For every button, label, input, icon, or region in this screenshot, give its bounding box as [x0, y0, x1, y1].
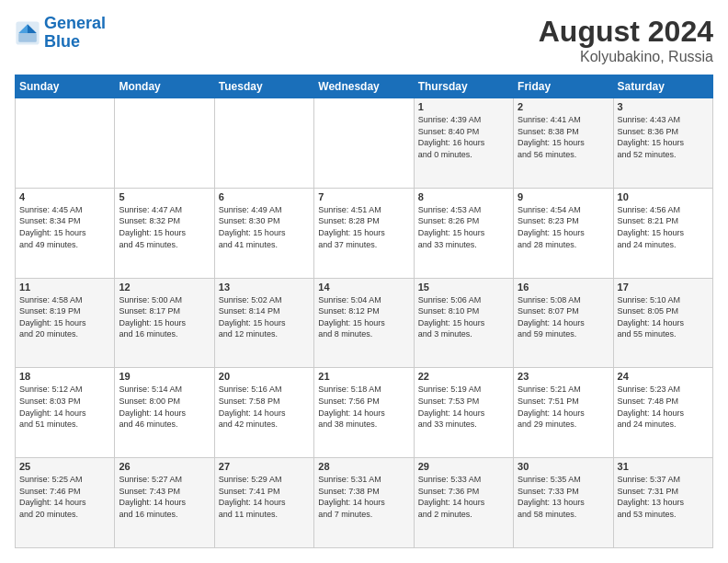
calendar-cell: 1Sunrise: 4:39 AM Sunset: 8:40 PM Daylig…: [414, 98, 513, 189]
subtitle: Kolyubakino, Russia: [539, 49, 713, 65]
weekday-header: Thursday: [414, 75, 513, 98]
calendar-cell: [16, 98, 115, 189]
day-info: Sunrise: 5:00 AM Sunset: 8:17 PM Dayligh…: [119, 294, 210, 340]
day-number: 1: [418, 101, 509, 112]
day-number: 24: [618, 371, 709, 382]
day-info: Sunrise: 5:14 AM Sunset: 8:00 PM Dayligh…: [119, 384, 210, 430]
calendar-week-row: 11Sunrise: 4:58 AM Sunset: 8:19 PM Dayli…: [16, 278, 713, 368]
day-info: Sunrise: 4:39 AM Sunset: 8:40 PM Dayligh…: [418, 114, 509, 160]
calendar-cell: 25Sunrise: 5:25 AM Sunset: 7:46 PM Dayli…: [16, 458, 115, 548]
day-info: Sunrise: 5:29 AM Sunset: 7:41 PM Dayligh…: [219, 474, 310, 520]
day-number: 2: [518, 101, 609, 112]
calendar-cell: 10Sunrise: 4:56 AM Sunset: 8:21 PM Dayli…: [613, 188, 712, 278]
day-number: 9: [518, 191, 609, 202]
day-info: Sunrise: 5:19 AM Sunset: 7:53 PM Dayligh…: [418, 384, 509, 430]
day-number: 8: [418, 191, 509, 202]
day-info: Sunrise: 5:31 AM Sunset: 7:38 PM Dayligh…: [318, 474, 409, 520]
day-number: 25: [19, 461, 110, 472]
day-info: Sunrise: 5:16 AM Sunset: 7:58 PM Dayligh…: [219, 384, 310, 430]
day-number: 26: [119, 461, 210, 472]
logo-general: General: [44, 14, 106, 32]
calendar-table: SundayMondayTuesdayWednesdayThursdayFrid…: [15, 75, 713, 548]
calendar-cell: 13Sunrise: 5:02 AM Sunset: 8:14 PM Dayli…: [214, 278, 313, 368]
calendar-cell: 9Sunrise: 4:54 AM Sunset: 8:23 PM Daylig…: [514, 188, 613, 278]
calendar-cell: 6Sunrise: 4:49 AM Sunset: 8:30 PM Daylig…: [214, 188, 313, 278]
day-number: 6: [219, 191, 310, 202]
calendar-cell: 19Sunrise: 5:14 AM Sunset: 8:00 PM Dayli…: [115, 368, 214, 458]
day-info: Sunrise: 5:12 AM Sunset: 8:03 PM Dayligh…: [19, 384, 110, 430]
calendar-cell: 28Sunrise: 5:31 AM Sunset: 7:38 PM Dayli…: [314, 458, 414, 548]
calendar-cell: 30Sunrise: 5:35 AM Sunset: 7:33 PM Dayli…: [514, 458, 613, 548]
day-info: Sunrise: 5:06 AM Sunset: 8:10 PM Dayligh…: [418, 294, 509, 340]
day-info: Sunrise: 4:58 AM Sunset: 8:19 PM Dayligh…: [19, 294, 110, 340]
page: General Blue August 2024 Kolyubakino, Ru…: [0, 0, 728, 563]
day-number: 13: [219, 282, 310, 293]
day-number: 4: [19, 191, 110, 202]
calendar-cell: 29Sunrise: 5:33 AM Sunset: 7:36 PM Dayli…: [414, 458, 513, 548]
calendar-cell: [115, 98, 214, 189]
day-info: Sunrise: 5:21 AM Sunset: 7:51 PM Dayligh…: [518, 384, 609, 430]
day-number: 11: [19, 282, 110, 293]
day-info: Sunrise: 4:56 AM Sunset: 8:21 PM Dayligh…: [618, 204, 709, 250]
weekday-header: Sunday: [16, 75, 115, 98]
day-info: Sunrise: 5:02 AM Sunset: 8:14 PM Dayligh…: [219, 294, 310, 340]
day-number: 3: [618, 101, 709, 112]
calendar-cell: 21Sunrise: 5:18 AM Sunset: 7:56 PM Dayli…: [314, 368, 414, 458]
calendar-cell: 15Sunrise: 5:06 AM Sunset: 8:10 PM Dayli…: [414, 278, 513, 368]
calendar-cell: 16Sunrise: 5:08 AM Sunset: 8:07 PM Dayli…: [514, 278, 613, 368]
calendar-cell: 8Sunrise: 4:53 AM Sunset: 8:26 PM Daylig…: [414, 188, 513, 278]
logo-icon: [15, 20, 40, 46]
calendar-cell: 18Sunrise: 5:12 AM Sunset: 8:03 PM Dayli…: [16, 368, 115, 458]
day-number: 5: [119, 191, 210, 202]
calendar-cell: [314, 98, 414, 189]
calendar-week-row: 25Sunrise: 5:25 AM Sunset: 7:46 PM Dayli…: [16, 458, 713, 548]
calendar-week-row: 18Sunrise: 5:12 AM Sunset: 8:03 PM Dayli…: [16, 368, 713, 458]
day-info: Sunrise: 4:45 AM Sunset: 8:34 PM Dayligh…: [19, 204, 110, 250]
calendar-cell: 12Sunrise: 5:00 AM Sunset: 8:17 PM Dayli…: [115, 278, 214, 368]
day-number: 15: [418, 282, 509, 293]
day-info: Sunrise: 5:10 AM Sunset: 8:05 PM Dayligh…: [618, 294, 709, 340]
day-info: Sunrise: 5:18 AM Sunset: 7:56 PM Dayligh…: [318, 384, 409, 430]
day-info: Sunrise: 4:41 AM Sunset: 8:38 PM Dayligh…: [518, 114, 609, 160]
day-number: 7: [318, 191, 409, 202]
weekday-header: Tuesday: [214, 75, 313, 98]
calendar-cell: 3Sunrise: 4:43 AM Sunset: 8:36 PM Daylig…: [613, 98, 712, 189]
day-info: Sunrise: 5:04 AM Sunset: 8:12 PM Dayligh…: [318, 294, 409, 340]
calendar-cell: [214, 98, 313, 189]
header: General Blue August 2024 Kolyubakino, Ru…: [15, 15, 713, 65]
weekday-row: SundayMondayTuesdayWednesdayThursdayFrid…: [16, 75, 713, 98]
day-number: 30: [518, 461, 609, 472]
day-number: 21: [318, 371, 409, 382]
day-info: Sunrise: 4:51 AM Sunset: 8:28 PM Dayligh…: [318, 204, 409, 250]
calendar-cell: 7Sunrise: 4:51 AM Sunset: 8:28 PM Daylig…: [314, 188, 414, 278]
day-number: 14: [318, 282, 409, 293]
day-number: 18: [19, 371, 110, 382]
day-number: 17: [618, 282, 709, 293]
day-info: Sunrise: 5:23 AM Sunset: 7:48 PM Dayligh…: [618, 384, 709, 430]
day-number: 28: [318, 461, 409, 472]
main-title: August 2024: [539, 15, 713, 49]
weekday-header: Saturday: [613, 75, 712, 98]
day-number: 19: [119, 371, 210, 382]
calendar-cell: 11Sunrise: 4:58 AM Sunset: 8:19 PM Dayli…: [16, 278, 115, 368]
day-info: Sunrise: 4:47 AM Sunset: 8:32 PM Dayligh…: [119, 204, 210, 250]
day-info: Sunrise: 5:25 AM Sunset: 7:46 PM Dayligh…: [19, 474, 110, 520]
weekday-header: Friday: [514, 75, 613, 98]
calendar-week-row: 4Sunrise: 4:45 AM Sunset: 8:34 PM Daylig…: [16, 188, 713, 278]
calendar-cell: 5Sunrise: 4:47 AM Sunset: 8:32 PM Daylig…: [115, 188, 214, 278]
day-number: 22: [418, 371, 509, 382]
calendar-cell: 4Sunrise: 4:45 AM Sunset: 8:34 PM Daylig…: [16, 188, 115, 278]
day-number: 23: [518, 371, 609, 382]
day-info: Sunrise: 5:33 AM Sunset: 7:36 PM Dayligh…: [418, 474, 509, 520]
day-info: Sunrise: 5:08 AM Sunset: 8:07 PM Dayligh…: [518, 294, 609, 340]
day-info: Sunrise: 5:27 AM Sunset: 7:43 PM Dayligh…: [119, 474, 210, 520]
calendar-cell: 20Sunrise: 5:16 AM Sunset: 7:58 PM Dayli…: [214, 368, 313, 458]
day-number: 16: [518, 282, 609, 293]
calendar-week-row: 1Sunrise: 4:39 AM Sunset: 8:40 PM Daylig…: [16, 98, 713, 189]
day-info: Sunrise: 4:49 AM Sunset: 8:30 PM Dayligh…: [219, 204, 310, 250]
calendar-cell: 17Sunrise: 5:10 AM Sunset: 8:05 PM Dayli…: [613, 278, 712, 368]
calendar-cell: 14Sunrise: 5:04 AM Sunset: 8:12 PM Dayli…: [314, 278, 414, 368]
calendar-cell: 23Sunrise: 5:21 AM Sunset: 7:51 PM Dayli…: [514, 368, 613, 458]
calendar-cell: 26Sunrise: 5:27 AM Sunset: 7:43 PM Dayli…: [115, 458, 214, 548]
logo-text: General Blue: [44, 15, 106, 52]
